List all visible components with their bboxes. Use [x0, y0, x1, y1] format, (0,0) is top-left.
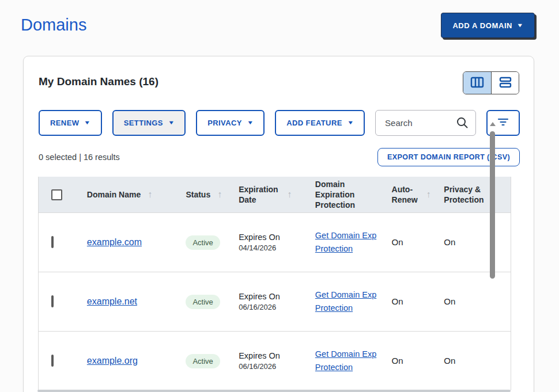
get-protection-link[interactable]: Get Domain Exp Protection — [315, 288, 384, 315]
view-toggle — [463, 71, 519, 94]
auto-renew-value: On — [392, 237, 403, 247]
auto-renew-value: On — [392, 296, 403, 306]
add-feature-button[interactable]: ADD FEATURE ▼ — [275, 110, 365, 136]
select-all-checkbox[interactable] — [51, 189, 62, 200]
privacy-button[interactable]: PRIVACY ▼ — [196, 110, 265, 136]
privacy-value: On — [444, 237, 455, 247]
table-header-row: Domain Name ↑ Status ↑ Expiration Date ↑… — [39, 177, 511, 212]
expires-label: Expires On — [239, 351, 312, 360]
domains-card: My Domain Names (16) RENEW ▼ SETTINGS ▼ — [23, 56, 534, 392]
sort-arrow-icon[interactable]: ↑ — [426, 189, 431, 201]
filter-icon — [497, 117, 509, 128]
sort-arrow-icon[interactable]: ↑ — [287, 189, 292, 201]
table-row: example.net Active Expires On 06/16/2026… — [39, 272, 511, 331]
table-row: example.com Active Expires On 04/14/2026… — [39, 212, 511, 272]
vertical-scrollbar — [489, 122, 496, 334]
expires-date: 06/16/2026 — [239, 362, 312, 371]
auto-renew-value: On — [392, 356, 403, 366]
caret-down-icon: ▼ — [168, 120, 175, 125]
add-feature-label: ADD FEATURE — [286, 119, 342, 127]
caret-down-icon: ▼ — [247, 120, 254, 125]
caret-down-icon: ▼ — [347, 120, 354, 125]
domain-link[interactable]: example.com — [87, 237, 142, 247]
vertical-scrollbar-thumb[interactable] — [490, 131, 495, 279]
privacy-label: PRIVACY — [207, 119, 242, 127]
settings-label: SETTINGS — [124, 119, 163, 127]
caret-down-icon: ▼ — [516, 23, 524, 28]
column-header-expiration-date[interactable]: Expiration Date ↑ — [239, 184, 312, 205]
export-report-button[interactable]: EXPORT DOMAIN REPORT (.CSV) — [377, 148, 520, 166]
expires-label: Expires On — [239, 233, 312, 242]
add-domain-label: ADD A DOMAIN — [452, 21, 512, 30]
actions-toolbar: RENEW ▼ SETTINGS ▼ PRIVACY ▼ ADD FEATURE… — [39, 110, 520, 136]
expires-date: 04/14/2026 — [239, 243, 312, 252]
selection-summary: 0 selected | 16 results — [39, 153, 120, 162]
row-view-icon — [499, 77, 512, 90]
status-badge: Active — [186, 295, 220, 309]
expires-label: Expires On — [239, 292, 312, 301]
column-view-button[interactable] — [463, 72, 491, 94]
add-domain-button[interactable]: ADD A DOMAIN ▼ — [441, 13, 535, 38]
privacy-value: On — [444, 356, 455, 366]
search-icon — [456, 116, 469, 131]
column-view-icon — [470, 77, 484, 90]
card-title: My Domain Names (16) — [39, 75, 158, 88]
expires-date: 06/16/2026 — [239, 303, 312, 311]
settings-button[interactable]: SETTINGS ▼ — [112, 110, 186, 136]
table-row: example.org Active Expires On 06/16/2026… — [39, 331, 511, 390]
column-header-domain-expiration-protection: Domain Expiration Protection — [312, 179, 390, 211]
page-title: Domains — [21, 16, 86, 35]
column-header-privacy-protection: Privacy & Protection — [440, 184, 511, 205]
privacy-value: On — [444, 296, 455, 306]
caret-down-icon: ▼ — [84, 120, 92, 125]
domain-link[interactable]: example.net — [87, 296, 137, 306]
status-badge: Active — [186, 235, 220, 250]
select-all-cell — [39, 189, 87, 200]
scroll-up-icon[interactable] — [490, 122, 496, 126]
row-view-button[interactable] — [491, 72, 519, 94]
page: Domains ADD A DOMAIN ▼ My Domain Names (… — [0, 0, 559, 392]
status-badge: Active — [186, 354, 220, 368]
renew-label: RENEW — [50, 119, 79, 127]
domains-table: Domain Name ↑ Status ↑ Expiration Date ↑… — [38, 177, 511, 390]
domain-link[interactable]: example.org — [87, 356, 138, 366]
row-checkbox[interactable] — [51, 295, 54, 307]
column-header-status[interactable]: Status ↑ — [186, 189, 239, 201]
sort-arrow-icon[interactable]: ↑ — [217, 189, 222, 201]
row-checkbox[interactable] — [51, 236, 54, 248]
get-protection-link[interactable]: Get Domain Exp Protection — [315, 348, 384, 374]
row-checkbox[interactable] — [51, 355, 54, 367]
get-protection-link[interactable]: Get Domain Exp Protection — [315, 229, 384, 256]
meta-row: 0 selected | 16 results EXPORT DOMAIN RE… — [39, 147, 520, 166]
horizontal-scrollbar-thumb[interactable] — [37, 390, 511, 392]
column-header-auto-renew[interactable]: Auto-Renew ↑ — [390, 184, 440, 205]
sort-arrow-icon[interactable]: ↑ — [148, 189, 152, 201]
renew-button[interactable]: RENEW ▼ — [39, 110, 102, 136]
column-header-domain-name[interactable]: Domain Name ↑ — [87, 189, 186, 201]
search-box — [375, 110, 476, 136]
